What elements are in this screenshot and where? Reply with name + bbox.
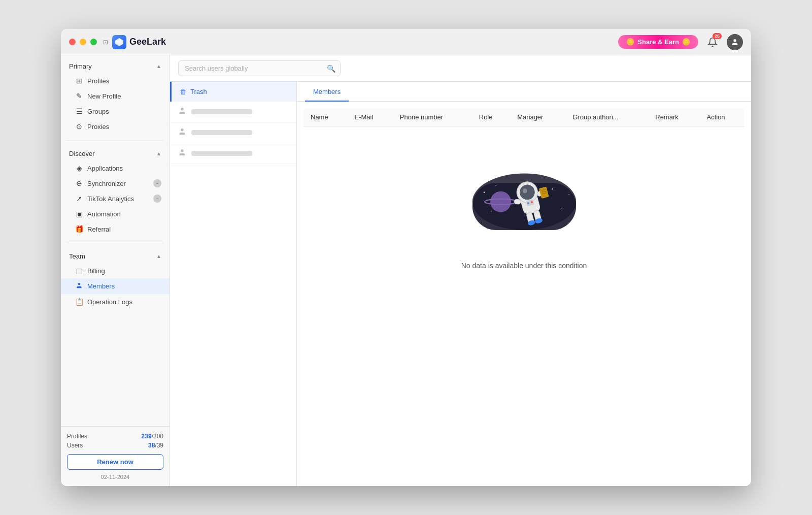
sidebar-item-tiktok-analytics[interactable]: ↗ TikTok Analytics − <box>61 191 170 206</box>
logo-area: GeeLark <box>112 35 166 49</box>
user-icon-2 <box>178 127 186 138</box>
close-button[interactable] <box>69 39 76 45</box>
svg-point-15 <box>490 191 511 212</box>
sidebar-section-discover: Discover ▲ ◈ Applications ⊖ Synchronizer… <box>61 143 170 241</box>
operation-logs-label: Operation Logs <box>87 298 132 306</box>
sidebar-item-proxies[interactable]: ⊙ Proxies <box>61 119 170 134</box>
svg-point-4 <box>181 149 183 152</box>
synchronizer-badge: − <box>153 179 161 187</box>
sidebar-item-groups[interactable]: ☰ Groups <box>61 104 170 119</box>
tiktok-analytics-icon: ↗ <box>75 195 83 203</box>
minimize-button[interactable] <box>80 39 86 45</box>
list-item[interactable] <box>170 102 296 122</box>
col-remark: Remark <box>648 108 699 126</box>
table-header: Name E-Mail Phone number Role Manager Gr… <box>303 108 745 126</box>
empty-row: No data is available under this conditio… <box>303 126 745 301</box>
sidebar-section-primary-header[interactable]: Primary ▲ <box>61 59 170 73</box>
trash-item[interactable]: 🗑 Trash <box>170 82 296 102</box>
table-body: No data is available under this conditio… <box>303 126 745 301</box>
user-icon-1 <box>178 107 186 117</box>
referral-icon: 🎁 <box>75 225 83 233</box>
sidebar-section-discover-header[interactable]: Discover ▲ <box>61 147 170 160</box>
svg-point-9 <box>552 188 553 190</box>
window-controls <box>69 39 97 45</box>
applications-icon: ◈ <box>75 164 83 172</box>
proxies-label: Proxies <box>87 123 109 131</box>
profiles-stat-label: Profiles <box>67 433 87 440</box>
synchronizer-icon: ⊖ <box>75 179 83 187</box>
renew-button[interactable]: Renew now <box>67 454 163 470</box>
sidebar-item-members[interactable]: Members <box>61 278 170 294</box>
applications-label: Applications <box>87 165 123 172</box>
search-icon: 🔍 <box>327 65 335 73</box>
discover-chevron-icon: ▲ <box>156 151 161 156</box>
blurred-name-1 <box>191 109 252 114</box>
share-earn-banner[interactable]: 🪙 Share & Earn 🪙 <box>618 35 698 49</box>
user-avatar[interactable] <box>727 34 743 50</box>
left-panel: 🗑 Trash <box>170 82 297 486</box>
sidebar-item-operation-logs[interactable]: 📋 Operation Logs <box>61 294 170 309</box>
automation-icon: ▣ <box>75 210 83 218</box>
users-stat-value: 38/39 <box>148 442 163 449</box>
list-item[interactable] <box>170 122 296 143</box>
col-manager: Manager <box>510 108 565 126</box>
sidebar-item-automation[interactable]: ▣ Automation <box>61 206 170 221</box>
share-earn-label: Share & Earn <box>637 38 679 46</box>
right-panel: Members Name E-Mail Phone number Role <box>297 82 751 486</box>
members-table: Name E-Mail Phone number Role Manager Gr… <box>303 108 745 301</box>
sidebar: Primary ▲ ⊞ Profiles ✎ New Profile ☰ Gro… <box>61 55 170 486</box>
team-chevron-icon: ▲ <box>156 253 161 259</box>
synchronizer-label: Synchronizer <box>87 180 126 187</box>
global-search-input[interactable] <box>178 60 341 76</box>
new-profile-icon: ✎ <box>75 92 83 100</box>
divider-1 <box>67 140 163 141</box>
sidebar-section-team: Team ▲ ▤ Billing Members <box>61 245 170 313</box>
members-icon <box>75 282 83 291</box>
sidebar-section-team-header[interactable]: Team ▲ <box>61 249 170 263</box>
table-container: Name E-Mail Phone number Role Manager Gr… <box>297 102 751 486</box>
user-icon-3 <box>178 148 186 158</box>
sidebar-section-primary: Primary ▲ ⊞ Profiles ✎ New Profile ☰ Gro… <box>61 55 170 138</box>
app-name: GeeLark <box>129 37 166 47</box>
automation-label: Automation <box>87 210 121 218</box>
titlebar-right: 🪙 Share & Earn 🪙 25 <box>618 34 743 50</box>
col-action: Action <box>699 108 745 126</box>
tiktok-analytics-label: TikTok Analytics <box>87 195 134 203</box>
profiles-label: Profiles <box>87 77 109 85</box>
groups-icon: ☰ <box>75 107 83 115</box>
col-role: Role <box>472 108 510 126</box>
sidebar-item-referral[interactable]: 🎁 Referral <box>61 221 170 237</box>
blurred-name-2 <box>191 130 252 135</box>
users-stat-row: Users 38/39 <box>67 442 163 449</box>
billing-label: Billing <box>87 267 105 275</box>
expiry-date: 02-11-2024 <box>67 474 163 480</box>
trash-label: Trash <box>190 88 207 95</box>
sidebar-item-applications[interactable]: ◈ Applications <box>61 160 170 176</box>
sidebar-item-new-profile[interactable]: ✎ New Profile <box>61 88 170 104</box>
col-name: Name <box>303 108 348 126</box>
billing-icon: ▤ <box>75 267 83 275</box>
maximize-button[interactable] <box>90 39 97 45</box>
svg-point-0 <box>733 39 736 42</box>
sidebar-toggle[interactable]: ⊡ <box>103 39 108 46</box>
primary-chevron-icon: ▲ <box>156 63 161 69</box>
svg-point-11 <box>561 208 562 209</box>
list-item[interactable] <box>170 143 296 164</box>
col-group: Group authori... <box>565 108 648 126</box>
groups-label: Groups <box>87 108 109 115</box>
notifications-button[interactable]: 25 <box>704 34 721 50</box>
svg-point-1 <box>78 283 81 285</box>
astronaut-illustration <box>458 157 590 251</box>
tiktok-analytics-badge: − <box>153 195 161 203</box>
svg-point-8 <box>495 185 496 186</box>
col-phone: Phone number <box>393 108 472 126</box>
sidebar-item-profiles[interactable]: ⊞ Profiles <box>61 73 170 88</box>
members-label: Members <box>87 282 115 290</box>
sidebar-item-billing[interactable]: ▤ Billing <box>61 263 170 278</box>
sidebar-item-synchronizer[interactable]: ⊖ Synchronizer − <box>61 176 170 191</box>
notification-badge: 25 <box>713 33 722 39</box>
titlebar: ⊡ GeeLark 🪙 Share & Earn 🪙 25 <box>61 29 751 55</box>
tab-members[interactable]: Members <box>305 82 349 102</box>
top-search-bar: 🔍 <box>170 55 751 82</box>
operation-logs-icon: 📋 <box>75 298 83 306</box>
